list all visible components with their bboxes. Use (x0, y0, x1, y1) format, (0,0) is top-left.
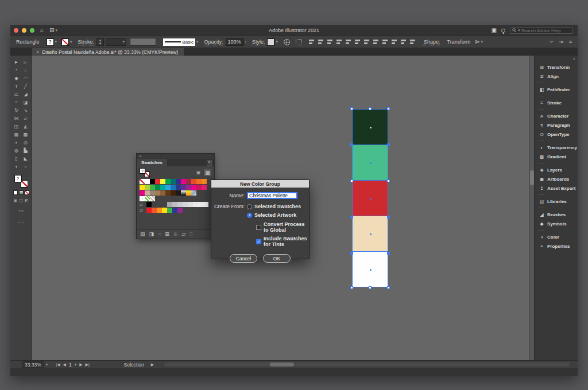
search-scope-chevron-icon[interactable]: ▾ (518, 28, 520, 33)
artwork-square-5[interactable] (352, 251, 388, 287)
selection-handle[interactable] (387, 286, 390, 289)
swatch[interactable] (140, 185, 145, 190)
dock-panel-item[interactable]: ◆ Symbols (535, 219, 578, 228)
dock-panel-item[interactable]: ▣ Artboards (535, 174, 578, 184)
eraser-tool[interactable]: ◪ (21, 98, 30, 106)
swatch[interactable] (203, 202, 208, 207)
edit-toolbar-icon[interactable]: ··· (18, 219, 25, 225)
swatch[interactable] (171, 179, 176, 184)
swatch[interactable] (140, 190, 145, 196)
selection-handle[interactable] (369, 286, 372, 289)
dock-panel-item[interactable]: ≣ Align (535, 72, 578, 81)
swatch[interactable] (145, 190, 150, 196)
dock-panel-item[interactable]: O OpenType (535, 130, 578, 139)
color-group-folder-icon[interactable]: ▱ (140, 208, 146, 213)
minimize-window-button[interactable] (22, 28, 26, 33)
vertical-scrollbar[interactable] (529, 56, 534, 360)
convert-process-label[interactable]: Convert Process to Global (264, 221, 309, 233)
swatch[interactable] (160, 190, 165, 196)
stroke-chevron-icon[interactable]: ▾ (70, 40, 72, 44)
swatch-folder-icon[interactable]: ▱ (181, 232, 185, 237)
width-tool[interactable]: ⋈ (12, 114, 21, 122)
distribute-left-icon[interactable] (392, 39, 397, 45)
swatch[interactable] (176, 190, 181, 196)
draw-inside-icon[interactable]: ◩ (25, 198, 29, 203)
opacity-label[interactable]: Opacity: (204, 39, 223, 45)
lasso-tool[interactable]: ◌ (21, 66, 30, 74)
distribute-top-icon[interactable] (364, 39, 370, 45)
swatch[interactable] (145, 179, 150, 184)
distribute-center-icon[interactable] (401, 39, 407, 45)
preferences-grid-icon[interactable] (296, 39, 302, 45)
pattern-swatch[interactable] (140, 196, 145, 201)
distribute-right-icon[interactable] (410, 39, 416, 45)
dock-panel-item[interactable]: ◢ Brushes (535, 210, 578, 219)
stroke-weight-label[interactable]: Stroke: (78, 39, 95, 45)
selection-handle[interactable] (350, 252, 353, 255)
align-center-h-icon[interactable] (318, 39, 324, 45)
opacity-value[interactable]: 100% (226, 38, 244, 46)
canvas[interactable]: × Swatches ≡ ? ≣ ▦ (32, 56, 529, 360)
name-input[interactable] (247, 192, 297, 199)
swatch[interactable] (171, 185, 176, 190)
gradient-tool[interactable]: ▩ (21, 130, 30, 138)
swatch[interactable] (145, 185, 150, 190)
dock-panel-item[interactable]: ¶ Paragraph (535, 120, 578, 130)
swatch[interactable] (191, 179, 196, 184)
artboard-chevron-icon[interactable]: ▾ (75, 362, 77, 367)
swatch[interactable] (191, 190, 196, 196)
swatch[interactable] (140, 179, 145, 184)
fill-chevron-icon[interactable]: ▾ (55, 40, 57, 44)
swatch[interactable] (191, 185, 196, 190)
rectangle-tool[interactable]: ▭ (12, 90, 21, 98)
swatch[interactable] (176, 179, 181, 184)
selected-artwork-label[interactable]: Selected Artwork (254, 212, 296, 218)
swatch[interactable] (146, 208, 152, 213)
last-artboard-icon[interactable]: ▶| (86, 362, 90, 367)
selection-handle[interactable] (387, 143, 390, 146)
draw-behind-icon[interactable]: ◫ (19, 198, 23, 203)
vscroll-thumb[interactable] (530, 170, 534, 185)
style-label[interactable]: Style: (252, 39, 265, 45)
dock-panel-item[interactable]: ◧ Pathfinder (535, 85, 578, 94)
selection-handle[interactable] (350, 143, 353, 146)
selected-artwork-radio[interactable] (247, 213, 252, 218)
swatch[interactable] (198, 202, 203, 207)
fill-stroke-proxy[interactable]: ? (14, 175, 28, 188)
swatch[interactable] (165, 185, 171, 190)
rotate-tool[interactable]: ↻ (12, 106, 21, 114)
draw-normal-icon[interactable]: ▣ (14, 198, 18, 203)
swatch[interactable] (171, 190, 176, 196)
transform-chevron-icon[interactable]: ▾ (481, 40, 483, 44)
fill-proxy[interactable]: ? (14, 175, 22, 182)
selection-handle[interactable] (387, 252, 390, 255)
new-color-group-icon[interactable]: ⊞ (165, 232, 169, 237)
swatch-kinds-icon[interactable]: ◨ (149, 232, 154, 237)
swatch[interactable] (162, 202, 167, 207)
shaper-tool[interactable]: ≈ (12, 98, 21, 106)
align-middle-icon[interactable] (346, 39, 351, 45)
collapse-panels-icon[interactable]: » (573, 57, 575, 61)
swatch[interactable] (150, 185, 155, 190)
swatch[interactable] (196, 179, 202, 184)
dock-panel-item[interactable]: ↥ Asset Export (535, 184, 578, 193)
fill-proxy[interactable]: ? (140, 168, 145, 174)
free-transform-tool[interactable]: ▱ (21, 114, 30, 122)
swatch[interactable] (193, 202, 198, 207)
swatches-tab[interactable]: Swatches (137, 159, 167, 166)
document-tab[interactable]: × Diseño Postal Navideña Adobe.ai* @ 33.… (32, 48, 184, 56)
transform-label[interactable]: Transform (447, 39, 471, 45)
pattern-swatch[interactable] (150, 196, 155, 201)
swatch[interactable] (157, 202, 162, 207)
swatch[interactable] (181, 190, 186, 196)
swatch[interactable] (150, 190, 155, 196)
dock-panel-item[interactable]: ⊞ Transform (535, 63, 578, 72)
magic-wand-tool[interactable]: * (12, 66, 21, 74)
include-tints-checkbox[interactable]: ✓ (256, 239, 261, 244)
pen-tool[interactable]: ◆ (12, 74, 21, 82)
selection-handle[interactable] (387, 107, 390, 110)
home-icon[interactable]: ⌂ (40, 28, 44, 33)
mesh-tool[interactable]: ▦ (12, 130, 21, 138)
dock-panel-item[interactable]: ≡ Properties (535, 241, 578, 251)
slice-tool[interactable]: ◣ (21, 154, 30, 162)
